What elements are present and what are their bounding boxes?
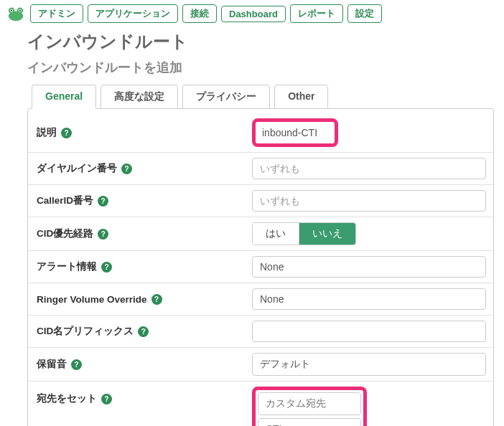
label-ringer-volume: Ringer Volume Override bbox=[37, 294, 147, 305]
input-cid-prefix[interactable] bbox=[252, 321, 486, 342]
app-logo-frog-icon bbox=[6, 5, 26, 22]
page-subtitle: インバウンドルートを追加 bbox=[27, 59, 494, 76]
label-destination: 宛先をセット bbox=[37, 392, 97, 405]
label-description: 説明 bbox=[37, 126, 57, 139]
select-ringer-volume[interactable]: None bbox=[252, 288, 486, 310]
svg-point-6 bbox=[19, 10, 21, 11]
toggle-cid-priority-yes[interactable]: はい bbox=[253, 223, 299, 245]
tab-advanced[interactable]: 高度な設定 bbox=[101, 85, 178, 109]
input-callerid[interactable] bbox=[252, 190, 486, 212]
label-cid-priority: CID優先経路 bbox=[37, 227, 93, 240]
row-did: ダイヤルイン番号 ? bbox=[28, 152, 493, 184]
help-icon[interactable]: ? bbox=[151, 294, 162, 305]
nav-admin[interactable]: アドミン bbox=[30, 4, 83, 23]
input-description[interactable] bbox=[256, 123, 332, 143]
nav-connectivity[interactable]: 接続 bbox=[182, 4, 217, 23]
label-cid-prefix: CID名プリフィックス bbox=[37, 325, 134, 338]
toggle-cid-priority: はい いいえ bbox=[252, 222, 356, 245]
label-alert-info: アラート情報 bbox=[37, 260, 97, 273]
help-icon[interactable]: ? bbox=[101, 262, 112, 273]
svg-point-5 bbox=[11, 10, 12, 11]
nav-applications[interactable]: アプリケーション bbox=[88, 4, 178, 23]
tabset: General 高度な設定 プライバシー Other bbox=[27, 85, 494, 109]
help-icon[interactable]: ? bbox=[121, 164, 132, 174]
row-cid-priority: CID優先経路 ? はい いいえ bbox=[28, 217, 493, 250]
toggle-cid-priority-no[interactable]: いいえ bbox=[299, 223, 355, 245]
help-icon[interactable]: ? bbox=[98, 229, 108, 240]
tab-privacy[interactable]: プライバシー bbox=[182, 85, 270, 109]
row-callerid: CallerID番号 ? bbox=[28, 184, 493, 217]
nav-dashboard[interactable]: Dashboard bbox=[221, 6, 286, 22]
row-description: 説明 ? bbox=[28, 113, 493, 152]
help-icon[interactable]: ? bbox=[71, 359, 82, 370]
nav-settings[interactable]: 設定 bbox=[347, 4, 382, 23]
row-moh: 保留音 ? デフォルト bbox=[28, 347, 493, 381]
select-moh[interactable]: デフォルト bbox=[252, 353, 486, 376]
highlight-description bbox=[252, 118, 338, 147]
row-alert-info: アラート情報 ? None bbox=[28, 250, 493, 283]
row-destination: 宛先をセット ? カスタム宛先 CTI bbox=[28, 381, 493, 426]
row-ringer-volume: Ringer Volume Override ? None bbox=[28, 283, 493, 315]
select-alert-info[interactable]: None bbox=[252, 256, 486, 278]
form-panel: 説明 ? ダイヤルイン番号 ? CallerID番号 ? bbox=[27, 108, 494, 426]
help-icon[interactable]: ? bbox=[98, 196, 108, 207]
help-icon[interactable]: ? bbox=[61, 128, 72, 138]
nav-reports[interactable]: レポート bbox=[290, 4, 343, 23]
tab-general[interactable]: General bbox=[32, 85, 96, 109]
tab-other[interactable]: Other bbox=[274, 85, 328, 109]
label-moh: 保留音 bbox=[37, 358, 67, 371]
highlight-destination: カスタム宛先 CTI bbox=[252, 387, 367, 426]
select-destination-category[interactable]: カスタム宛先 bbox=[258, 392, 361, 415]
page-title: インバウンドルート bbox=[27, 30, 494, 53]
top-navbar: アドミン アプリケーション 接続 Dashboard レポート 設定 bbox=[0, 0, 504, 27]
help-icon[interactable]: ? bbox=[101, 394, 112, 404]
row-cid-prefix: CID名プリフィックス ? bbox=[28, 315, 493, 347]
help-icon[interactable]: ? bbox=[138, 326, 149, 337]
input-did[interactable] bbox=[252, 158, 486, 179]
label-did: ダイヤルイン番号 bbox=[37, 162, 117, 175]
label-callerid: CallerID番号 bbox=[37, 194, 93, 207]
select-destination-target[interactable]: CTI bbox=[258, 418, 361, 426]
